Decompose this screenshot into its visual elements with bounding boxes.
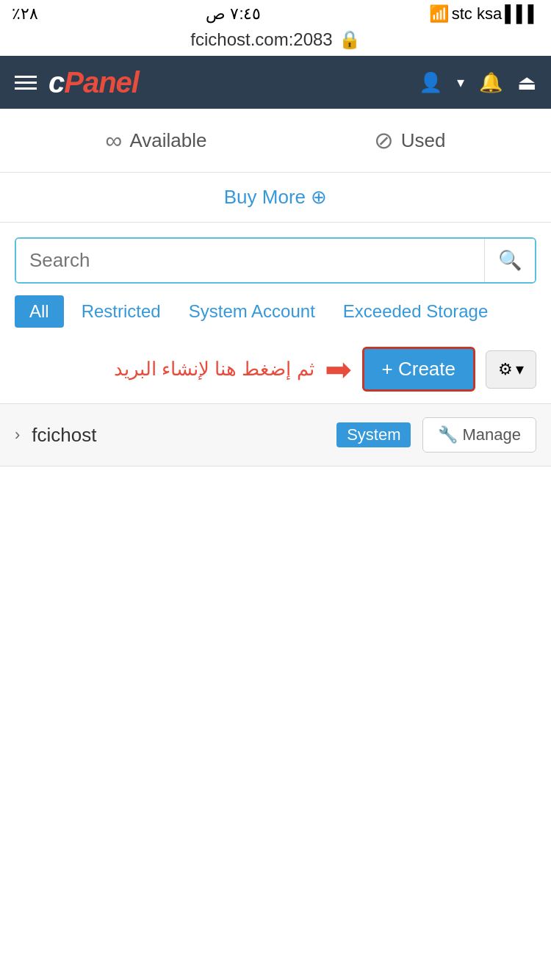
manage-button[interactable]: 🔧 Manage <box>422 417 536 453</box>
used-stat: ⊘ Used <box>374 126 446 154</box>
dropdown-chevron-icon: ▾ <box>516 360 524 379</box>
action-row: ثم إضغط هنا لإنشاء البريد ➡ + Create ⚙ ▾ <box>0 339 551 399</box>
tab-system-account[interactable]: System Account <box>179 295 325 328</box>
url-bar: fcichost.com:2083 🔒 <box>0 26 551 56</box>
hamburger-menu[interactable]: cPanel <box>15 66 139 99</box>
wrench-icon: 🔧 <box>438 425 458 444</box>
stats-row: ∞ Available ⊘ Used <box>0 109 551 173</box>
infinity-icon: ∞ <box>106 127 123 154</box>
cpanel-navbar: cPanel 👤 ▾ 🔔 ⏏ <box>0 56 551 109</box>
time-display: ٧:٤٥ ص <box>206 4 261 24</box>
dropdown-arrow-icon[interactable]: ▾ <box>457 73 464 91</box>
url-text: fcichost.com:2083 <box>190 29 332 50</box>
arrow-icon: ➡ <box>325 350 352 388</box>
available-label: Available <box>129 129 206 152</box>
table-row: › fcichost System 🔧 Manage <box>0 404 551 466</box>
account-list: › fcichost System 🔧 Manage <box>0 403 551 466</box>
arabic-hint: ثم إضغط هنا لإنشاء البريد <box>15 358 314 381</box>
system-badge: System <box>336 422 411 447</box>
gear-icon: ⚙ <box>498 360 513 379</box>
bell-icon[interactable]: 🔔 <box>479 71 503 94</box>
status-bar: ٪٢٨ ٧:٤٥ ص 📶 stc ksa ▌▌▌ <box>0 0 551 26</box>
signal-indicator: 📶 stc ksa ▌▌▌ <box>429 4 539 24</box>
buy-more-row: Buy More ⊕ <box>0 173 551 223</box>
user-icon[interactable]: 👤 <box>419 71 442 94</box>
lock-icon: 🔒 <box>339 29 361 50</box>
search-section: 🔍 <box>0 223 551 284</box>
battery-indicator: ٪٢٨ <box>12 4 38 24</box>
hamburger-icon[interactable] <box>15 76 37 90</box>
search-input[interactable] <box>16 239 484 282</box>
used-icon: ⊘ <box>374 126 394 154</box>
network-name: stc ksa <box>452 4 502 24</box>
search-box: 🔍 <box>15 237 536 284</box>
filter-tabs: All Restricted System Account Exceeded S… <box>0 284 551 339</box>
wifi-icon: 📶 <box>429 4 449 24</box>
nav-right-icons: 👤 ▾ 🔔 ⏏ <box>419 71 536 95</box>
tab-exceeded-storage[interactable]: Exceeded Storage <box>333 295 498 328</box>
search-icon: 🔍 <box>498 249 522 271</box>
buy-more-link[interactable]: Buy More ⊕ <box>224 186 328 208</box>
used-label: Used <box>401 129 446 152</box>
expand-icon[interactable]: › <box>15 425 20 444</box>
logout-icon[interactable]: ⏏ <box>517 71 536 95</box>
settings-button[interactable]: ⚙ ▾ <box>486 350 536 389</box>
search-button[interactable]: 🔍 <box>484 239 535 282</box>
bars-icon: ▌▌▌ <box>505 4 539 24</box>
available-stat: ∞ Available <box>106 127 207 154</box>
tab-all[interactable]: All <box>15 295 64 328</box>
create-button[interactable]: + Create <box>362 347 475 392</box>
tab-restricted[interactable]: Restricted <box>71 295 171 328</box>
manage-label: Manage <box>462 425 521 444</box>
cpanel-logo: cPanel <box>48 66 139 99</box>
account-name: fcichost <box>32 424 336 447</box>
